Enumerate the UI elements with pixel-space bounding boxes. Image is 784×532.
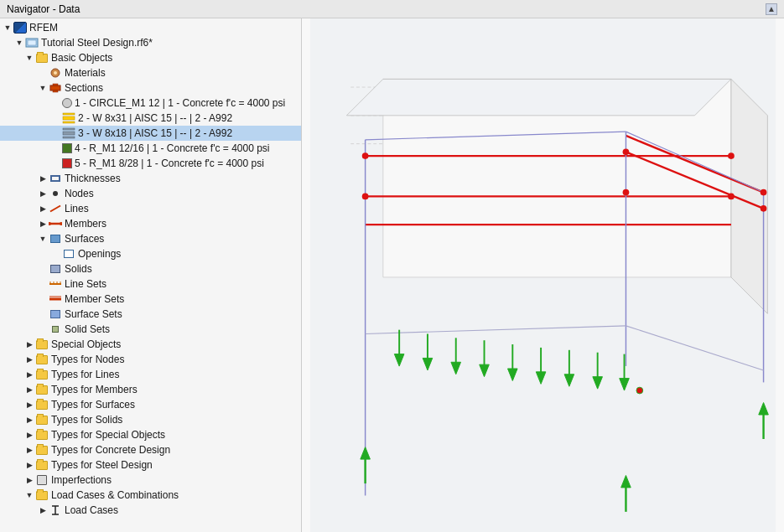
surfaces-icon <box>49 233 62 245</box>
scroll-up-button[interactable]: ▲ <box>766 3 777 15</box>
tree-item-types-surfaces[interactable]: ▶ Types for Surfaces <box>0 397 301 412</box>
toggle-types-members[interactable]: ▶ <box>23 384 35 395</box>
surface-sets-label: Surface Sets <box>65 308 122 320</box>
tree-item-basic-objects[interactable]: ▼ Basic Objects <box>0 50 301 65</box>
toggle-types-special-objects[interactable]: ▶ <box>23 429 35 441</box>
tree-item-lines[interactable]: ▶ Lines <box>0 201 301 216</box>
tree-item-member-sets[interactable]: Member Sets <box>0 292 301 307</box>
toggle-surfaces[interactable]: ▼ <box>37 233 49 245</box>
tree-item-imperfections[interactable]: ▶ Imperfections <box>0 473 301 488</box>
toggle-types-lines[interactable]: ▶ <box>23 369 35 380</box>
members-icon <box>49 218 62 230</box>
solid-sets-label: Solid Sets <box>65 323 110 335</box>
toggle-imperfections[interactable]: ▶ <box>23 474 35 486</box>
toggle-lines[interactable]: ▶ <box>37 203 49 214</box>
tree-item-solid-sets[interactable]: Solid Sets <box>0 322 301 337</box>
toggle-load-cases[interactable]: ▶ <box>37 504 49 516</box>
tree-item-openings[interactable]: Openings <box>0 246 301 261</box>
tree-item-load-cases-combos[interactable]: ▼ Load Cases & Combinations <box>0 488 301 503</box>
types-members-label: Types for Members <box>51 384 138 395</box>
svg-point-42 <box>362 152 369 159</box>
tree-item-types-special-objects[interactable]: ▶ Types for Special Objects <box>0 427 301 442</box>
tree-item-thicknesses[interactable]: ▶ Thicknesses <box>0 171 301 186</box>
tree-item-line-sets[interactable]: Line Sets <box>0 276 301 292</box>
rfem-label: RFEM <box>29 22 58 34</box>
tree-item-sections[interactable]: ▼ Sections <box>0 80 301 96</box>
tree-item-nodes[interactable]: ▶ Nodes <box>0 186 301 201</box>
tree-item-rfem[interactable]: ▼ RFEM <box>0 20 301 35</box>
nodes-icon <box>49 188 62 199</box>
svg-rect-12 <box>63 137 75 138</box>
tree-item-types-lines[interactable]: ▶ Types for Lines <box>0 367 301 382</box>
toggle-sections[interactable]: ▼ <box>37 82 49 94</box>
members-label: Members <box>65 218 106 230</box>
tree-item-solids[interactable]: Solids <box>0 261 301 276</box>
svg-rect-5 <box>53 84 58 85</box>
solids-label: Solids <box>65 263 92 275</box>
section-item-4[interactable]: 4 - R_M1 12/16 | 1 - Concrete f'c = 4000… <box>0 141 301 156</box>
types-lines-label: Types for Lines <box>51 369 119 380</box>
solid-sets-icon <box>49 323 62 335</box>
toggle-types-solids[interactable]: ▶ <box>23 414 35 426</box>
section-3-label: 3 - W 8x18 | AISC 15 | -- | 2 - A992 <box>78 127 232 139</box>
member-sets-icon <box>49 293 62 305</box>
types-solids-folder-icon <box>35 414 49 426</box>
materials-label: Materials <box>65 67 106 79</box>
sections-icon <box>49 82 62 94</box>
tree-item-project[interactable]: ▼ Tutorial Steel Design.rf6* <box>0 35 301 50</box>
3d-viewport[interactable] <box>302 18 784 532</box>
thicknesses-icon <box>49 173 62 184</box>
section-item-5[interactable]: 5 - R_M1 8/28 | 1 - Concrete f'c = 4000 … <box>0 156 301 171</box>
section-2-icon <box>62 112 75 124</box>
tree-item-types-solids[interactable]: ▶ Types for Solids <box>0 412 301 427</box>
lines-label: Lines <box>65 203 89 214</box>
toggle-members[interactable]: ▶ <box>37 218 49 230</box>
tree-item-types-steel[interactable]: ▶ Types for Steel Design <box>0 457 301 473</box>
types-concrete-folder-icon <box>35 444 49 456</box>
svg-rect-9 <box>63 121 75 123</box>
svg-rect-1 <box>28 40 36 45</box>
tree-item-types-members[interactable]: ▶ Types for Members <box>0 382 301 397</box>
svg-point-46 <box>728 152 735 159</box>
project-label: Tutorial Steel Design.rf6* <box>41 37 153 49</box>
types-surfaces-label: Types for Surfaces <box>51 399 135 411</box>
nav-tree[interactable]: ▼ RFEM ▼ Tutorial Steel Design.rf6* ▼ Ba… <box>0 18 301 532</box>
toggle-special-objects[interactable]: ▶ <box>23 338 35 350</box>
svg-point-45 <box>623 189 630 196</box>
line-sets-icon <box>49 278 62 290</box>
toggle-types-surfaces[interactable]: ▶ <box>23 399 35 411</box>
svg-rect-11 <box>63 128 75 130</box>
toggle-load-cases-combos[interactable]: ▼ <box>23 489 35 501</box>
toggle-nodes[interactable]: ▶ <box>37 188 49 199</box>
tree-item-surfaces[interactable]: ▼ Surfaces <box>0 231 301 246</box>
toggle-types-nodes[interactable]: ▶ <box>23 354 35 365</box>
main-content: ▼ RFEM ▼ Tutorial Steel Design.rf6* ▼ Ba… <box>0 18 784 532</box>
section-5-swatch <box>62 158 72 168</box>
member-sets-label: Member Sets <box>65 293 124 305</box>
toggle-thicknesses[interactable]: ▶ <box>37 173 49 184</box>
section-item-2[interactable]: 2 - W 8x31 | AISC 15 | -- | 2 - A992 <box>0 111 301 126</box>
nodes-label: Nodes <box>65 188 94 199</box>
surface-sets-icon <box>49 308 62 320</box>
toggle-types-steel[interactable]: ▶ <box>23 459 35 471</box>
tree-item-surface-sets[interactable]: Surface Sets <box>0 307 301 322</box>
tree-item-members[interactable]: ▶ Members <box>0 216 301 231</box>
tree-item-materials[interactable]: Materials <box>0 65 301 80</box>
toggle-basic-objects[interactable]: ▼ <box>23 52 35 64</box>
openings-icon <box>62 248 75 260</box>
tree-item-special-objects[interactable]: ▶ Special Objects <box>0 337 301 352</box>
tree-item-types-nodes[interactable]: ▶ Types for Nodes <box>0 352 301 367</box>
special-objects-folder-icon <box>35 338 49 350</box>
toggle-rfem[interactable]: ▼ <box>2 22 13 34</box>
svg-point-68 <box>636 387 643 394</box>
types-nodes-folder-icon <box>35 354 49 365</box>
tree-item-load-cases[interactable]: ▶ Load Cases <box>0 503 301 518</box>
section-item-1[interactable]: 1 - CIRCLE_M1 12 | 1 - Concrete f'c = 40… <box>0 96 301 111</box>
tree-item-types-concrete[interactable]: ▶ Types for Concrete Design <box>0 442 301 457</box>
navigator-panel: ▼ RFEM ▼ Tutorial Steel Design.rf6* ▼ Ba… <box>0 18 302 532</box>
section-item-3[interactable]: 3 - W 8x18 | AISC 15 | -- | 2 - A992 <box>0 126 301 141</box>
svg-marker-28 <box>346 79 731 115</box>
toggle-project[interactable]: ▼ <box>13 37 25 49</box>
svg-rect-4 <box>50 85 60 90</box>
toggle-types-concrete[interactable]: ▶ <box>23 444 35 456</box>
